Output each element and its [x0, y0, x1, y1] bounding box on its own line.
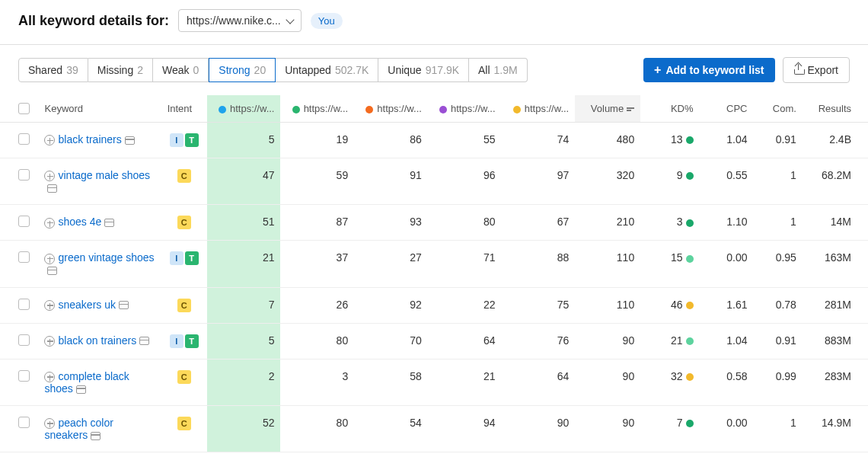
volume-value: 90 [575, 323, 640, 359]
col-com[interactable]: Com. [753, 95, 802, 123]
filter-group: Shared39Missing2Weak0Strong20Untapped502… [18, 58, 528, 82]
keyword-link[interactable]: black on trainers [58, 334, 136, 347]
col-competitor-4[interactable]: https://w... [502, 95, 576, 123]
add-to-keyword-list-button[interactable]: + Add to keyword list [643, 58, 774, 82]
competitor-dot-icon [292, 106, 300, 113]
table-row: peach color sneakersC52805494909070.0011… [0, 405, 868, 452]
col-competitor-1[interactable]: https://w... [280, 95, 354, 123]
keyword-link[interactable]: green vintage shoes [58, 251, 154, 264]
expand-icon[interactable] [44, 372, 55, 382]
keyword-link[interactable]: vintage male shoes [58, 169, 150, 181]
competitor-rank: 76 [502, 323, 576, 359]
row-checkbox[interactable] [18, 299, 30, 310]
row-checkbox[interactable] [18, 417, 30, 428]
keyword-link[interactable]: shoes 4e [58, 216, 101, 228]
keyword-link[interactable]: peach color sneakers [44, 417, 113, 441]
col-competitor-0[interactable]: https://w... [207, 95, 281, 123]
row-checkbox[interactable] [18, 216, 30, 227]
expand-icon[interactable] [44, 218, 55, 229]
competitor-rank: 2 [207, 359, 281, 405]
competitor-rank: 51 [207, 205, 281, 241]
competitor-dot-icon [365, 106, 373, 113]
serp-icon[interactable] [139, 337, 149, 345]
serp-icon[interactable] [47, 267, 57, 275]
keyword-link[interactable]: black trainers [58, 133, 121, 145]
url-select[interactable]: https://www.nike.c... [178, 9, 302, 32]
results-value: 14M [803, 205, 868, 241]
cpc-value: 1.04 [700, 323, 754, 359]
select-all-checkbox[interactable] [18, 103, 30, 114]
filter-count: 20 [254, 64, 266, 76]
row-checkbox[interactable] [18, 169, 30, 181]
table-row: black trainersIT519865574480131.040.912.… [0, 123, 868, 158]
row-checkbox[interactable] [18, 334, 30, 346]
filter-label: Weak [162, 64, 190, 76]
col-competitor-3[interactable]: https://w... [428, 95, 502, 123]
sort-icon [627, 107, 634, 111]
expand-icon[interactable] [44, 254, 55, 264]
col-keyword[interactable]: Keyword [38, 95, 161, 123]
competitor-rank: 52 [207, 405, 281, 452]
filter-label: Missing [97, 64, 133, 76]
col-volume[interactable]: Volume [575, 95, 640, 123]
intent-badge-c: C [177, 169, 191, 183]
filter-weak[interactable]: Weak0 [153, 58, 209, 82]
competitor-rank: 70 [354, 323, 428, 359]
table-row: complete black shoesC2358216490320.580.9… [0, 359, 868, 405]
competitor-rank: 96 [428, 158, 502, 205]
row-checkbox[interactable] [18, 370, 30, 382]
competitor-rank: 92 [354, 287, 428, 323]
serp-icon[interactable] [125, 136, 135, 145]
intent-badges: IT [170, 334, 199, 348]
competitor-rank: 47 [207, 158, 281, 205]
serp-icon[interactable] [91, 432, 101, 440]
col-intent[interactable]: Intent [161, 95, 207, 123]
keyword-table: Keyword Intent https://w... https://w...… [0, 95, 868, 452]
kd-value: 9 [640, 158, 699, 205]
filter-untapped[interactable]: Untapped502.7K [276, 58, 378, 82]
volume-value: 320 [575, 158, 640, 205]
competitor-rank: 90 [502, 405, 576, 452]
col-kd[interactable]: KD% [640, 95, 699, 123]
serp-icon[interactable] [119, 301, 129, 309]
filter-strong[interactable]: Strong20 [209, 58, 276, 82]
filter-all[interactable]: All1.9M [469, 58, 528, 82]
row-checkbox[interactable] [18, 251, 30, 263]
volume-value: 90 [575, 405, 640, 452]
keyword-link[interactable]: complete black shoes [44, 370, 129, 395]
results-value: 163M [803, 241, 868, 287]
filter-missing[interactable]: Missing2 [88, 58, 153, 82]
expand-icon[interactable] [44, 135, 55, 145]
serp-icon[interactable] [76, 385, 86, 394]
col-cpc[interactable]: CPC [700, 95, 754, 123]
filter-count: 502.7K [335, 64, 369, 76]
intent-badge-t: T [185, 334, 199, 348]
expand-icon[interactable] [44, 300, 55, 311]
col-results[interactable]: Results [803, 95, 868, 123]
export-button[interactable]: Export [783, 57, 850, 83]
competitor-rank: 55 [428, 123, 502, 158]
export-icon [794, 66, 803, 75]
intent-badge-i: I [170, 133, 183, 147]
competitor-rank: 5 [207, 323, 281, 359]
cpc-value: 1.61 [700, 287, 754, 323]
row-checkbox[interactable] [18, 133, 30, 145]
cpc-value: 0.55 [700, 158, 754, 205]
intent-badges: C [177, 417, 191, 430]
competitor-rank: 67 [502, 205, 576, 241]
col-competitor-2[interactable]: https://w... [354, 95, 428, 123]
expand-icon[interactable] [44, 171, 55, 181]
keyword-link[interactable]: sneakers uk [58, 299, 115, 311]
table-row: shoes 4eC518793806721031.10114M [0, 205, 868, 241]
expand-icon[interactable] [44, 336, 55, 347]
serp-icon[interactable] [47, 184, 57, 193]
filter-shared[interactable]: Shared39 [18, 58, 88, 82]
filter-unique[interactable]: Unique917.9K [378, 58, 469, 82]
competitor-rank: 87 [280, 205, 354, 241]
table-row: black on trainersIT58070647690211.040.91… [0, 323, 868, 359]
expand-icon[interactable] [44, 418, 55, 429]
cpc-value: 0.00 [700, 405, 754, 452]
intent-badge-t: T [185, 133, 199, 147]
com-value: 0.95 [753, 241, 802, 287]
serp-icon[interactable] [104, 219, 114, 227]
